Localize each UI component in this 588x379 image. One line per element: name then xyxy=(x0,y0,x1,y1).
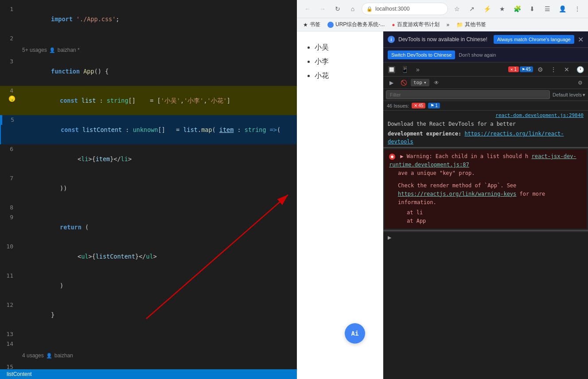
devtools-panel: i DevTools is now available in Chinese! … xyxy=(383,31,588,379)
code-line: 12 } xyxy=(0,300,297,329)
home-button[interactable]: ⌂ xyxy=(347,3,359,15)
ai-assistant-button[interactable]: Ai xyxy=(345,323,365,344)
error-link-2[interactable]: https://reactjs.org/link/warning-keys xyxy=(398,191,516,197)
bookmark-star-button[interactable]: ☆ xyxy=(451,3,463,15)
baidu-icon: ● xyxy=(392,22,395,28)
line-content: <ul>{listContent}</ul> xyxy=(18,242,297,271)
forward-button[interactable]: → xyxy=(316,3,329,15)
code-line: 10 <ul>{listContent}</ul> xyxy=(0,242,297,271)
line-number: 8 xyxy=(0,203,18,213)
error-text-3: Check the render method of `App`. See ht… xyxy=(389,182,582,207)
issues-warning-count: 1 xyxy=(435,103,438,108)
devtools-close-button[interactable]: ✕ xyxy=(561,63,573,76)
menu-list-button[interactable]: ☰ xyxy=(541,3,553,15)
line-number: 11 xyxy=(0,271,18,281)
filter-bar: Default levels ▾ xyxy=(383,89,588,101)
star-icon: ★ xyxy=(303,22,308,28)
chevron-down-icon: ▾ xyxy=(424,80,427,85)
settings-gear-button[interactable]: ⚙ xyxy=(575,77,585,88)
profile-button[interactable]: 👤 xyxy=(556,3,569,15)
code-line: 1 import './App.css'; xyxy=(0,4,297,34)
devtools-tabs: 🔲 📱 » ✕ 1 ⚑ 45 ⚙ ⋮ ✕ 🕐 xyxy=(383,62,588,77)
eye-icon-button[interactable]: 👁 xyxy=(431,77,442,88)
line-number: 14 xyxy=(0,339,18,349)
device-icon-button[interactable]: 📱 xyxy=(398,63,411,76)
filter-input[interactable] xyxy=(386,90,550,99)
top-dropdown[interactable]: top ▾ xyxy=(411,79,429,86)
lightbulb-icon: 💡 xyxy=(9,96,15,102)
lightning-button[interactable]: ⚡ xyxy=(481,3,493,15)
line-number: 5 xyxy=(1,115,19,125)
toolbar-right-icons: ⚙ xyxy=(575,77,585,88)
console-prompt: ▶ xyxy=(383,232,588,243)
code-line-blue: 5 const listContent : unknown[] = list.m… xyxy=(0,115,297,144)
bookmark-label-3: 百度游戏寄书计划 xyxy=(397,21,440,28)
devtools-settings-button[interactable]: ⚙ xyxy=(534,63,546,76)
issues-bar: 46 Issues: ✕ 45 ⚑ 1 xyxy=(383,101,588,111)
browser-content-area: 小吴 小李 小花 Ai i DevTools is now available … xyxy=(297,31,588,379)
screen-share-button[interactable]: ↗ xyxy=(466,3,478,15)
line-number: 13 xyxy=(0,329,18,339)
bookmark-urp[interactable]: URP综合教务系统-... xyxy=(326,20,386,29)
bookmark-baidu[interactable]: ● 百度游戏寄书计划 xyxy=(390,20,441,29)
refresh-button[interactable]: ↻ xyxy=(331,3,344,15)
list-item-1: 小吴 xyxy=(315,40,374,54)
line-content: } xyxy=(18,300,297,329)
dont-show-button[interactable]: Don't show again xyxy=(459,52,496,58)
devtools-more-button[interactable]: ⋮ xyxy=(547,63,560,76)
browser-panel: ← → ↻ ⌂ 🔒 localhost:3000 ☆ ↗ ⚡ ★ 🧩 ⬇ ☰ 👤… xyxy=(297,0,588,379)
line-number: 15 xyxy=(0,362,18,369)
ban-icon-button[interactable]: 🚫 xyxy=(398,77,409,88)
error-block-container: ● ▶ Warning: Each child in a list should… xyxy=(383,148,588,230)
line-content: ) xyxy=(18,271,297,300)
issues-error-badge: ✕ 45 xyxy=(412,103,425,108)
line-number: 9 xyxy=(0,213,18,222)
inspect-icon-button[interactable]: 🔲 xyxy=(385,63,397,76)
default-levels-button[interactable]: Default levels ▾ xyxy=(553,92,585,98)
line-content: const listContent : unknown[] = list.map… xyxy=(19,115,297,144)
line-number: 4 💡 xyxy=(0,86,18,96)
download-button[interactable]: ⬇ xyxy=(526,3,538,15)
console-source-link[interactable]: react-dom.development.js:29840 xyxy=(383,111,588,119)
puzzle-button[interactable]: 🧩 xyxy=(511,3,523,15)
bookmark-more[interactable]: » xyxy=(445,21,452,29)
issues-label: 46 Issues: xyxy=(387,103,409,108)
line-content: import './App.css'; xyxy=(18,4,297,34)
more-menu-button[interactable]: ⋮ xyxy=(571,3,584,15)
history-button[interactable]: 🕐 xyxy=(574,63,586,76)
address-bar[interactable]: 🔒 localhost:3000 xyxy=(362,3,448,15)
line-content: const list : string[] = ['小吴','小李','小花'] xyxy=(18,86,297,115)
line-number: 1 xyxy=(0,4,18,14)
line-content: export default App; xyxy=(18,362,297,369)
line-content: return ( xyxy=(18,213,297,242)
error-circle-icon: ● xyxy=(389,154,395,160)
warning-icon: ⚑ xyxy=(522,67,525,72)
close-notification-button[interactable]: ✕ xyxy=(578,35,584,44)
warning-badge: ⚑ 45 xyxy=(520,66,533,72)
switch-devtools-button[interactable]: Switch DevTools to Chinese xyxy=(388,50,455,59)
error-text-1: ● ▶ Warning: Each child in a list should… xyxy=(389,152,582,169)
code-line: 6 <li>{item}</li> xyxy=(0,144,297,174)
bookmark-other[interactable]: 📁 其他书签 xyxy=(455,20,488,29)
devtools-notification: i DevTools is now available in Chinese! … xyxy=(383,31,588,48)
console-info-line-2: development experience: https://reactis.… xyxy=(383,129,588,147)
line-number: 3 xyxy=(0,57,18,66)
issues-error-x-icon: ✕ xyxy=(414,103,417,108)
webpage-area: 小吴 小李 小花 Ai xyxy=(297,31,383,379)
bookmark-star[interactable]: ★ 书签 xyxy=(301,20,322,29)
line-content: <li>{item}</li> xyxy=(18,144,297,174)
bookmark-label-4: » xyxy=(447,22,450,28)
bookmarks-bar: ★ 书签 URP综合教务系统-... ● 百度游戏寄书计划 » 📁 其他书签 xyxy=(297,18,588,31)
code-line-highlighted: 4 💡 const list : string[] = ['小吴','小李','… xyxy=(0,86,297,115)
error-x-icon: ✕ xyxy=(510,67,513,72)
usage-count-2: 4 usages xyxy=(22,351,44,360)
usage-author: baizhan * xyxy=(58,45,80,55)
line-number: 6 xyxy=(0,144,18,154)
browser-toolbar: ← → ↻ ⌂ 🔒 localhost:3000 ☆ ↗ ⚡ ★ 🧩 ⬇ ☰ 👤… xyxy=(297,0,588,18)
code-line: 8 xyxy=(0,203,297,213)
extensions-button[interactable]: ★ xyxy=(496,3,508,15)
play-icon-button[interactable]: ▶ xyxy=(386,77,397,88)
match-language-button[interactable]: Always match Chrome's language xyxy=(494,35,574,44)
back-button[interactable]: ← xyxy=(301,3,314,15)
more-tabs-button[interactable]: » xyxy=(412,63,424,76)
